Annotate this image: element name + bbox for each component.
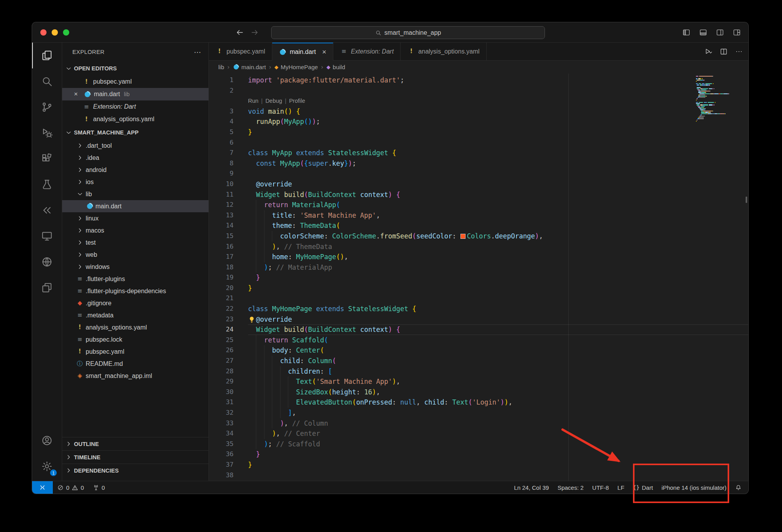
line-content[interactable]: [248, 138, 748, 148]
toggle-primary-sidebar-button[interactable]: [682, 29, 691, 36]
line-content[interactable]: import 'package:flutter/material.dart';: [248, 75, 748, 86]
line-content[interactable]: ), // Center: [248, 428, 748, 439]
line-number[interactable]: 37: [209, 460, 248, 470]
line-number[interactable]: 32: [209, 408, 248, 418]
activity-item-source-control[interactable]: [32, 94, 62, 120]
activity-item-accounts[interactable]: [32, 428, 62, 453]
breadcrumb-myhomepage[interactable]: ◆MyHomePage: [275, 64, 318, 70]
line-number[interactable]: 23: [209, 314, 248, 325]
activity-item-search[interactable]: [32, 68, 62, 94]
line-content[interactable]: ); // Scaffold: [248, 439, 748, 450]
line-content[interactable]: }: [248, 127, 748, 138]
line-content[interactable]: ); // MaterialApp: [248, 262, 748, 273]
line-number[interactable]: 10: [209, 179, 248, 190]
status-device-selector[interactable]: iPhone 14 (ios simulator): [657, 481, 731, 494]
line-content[interactable]: }: [248, 449, 748, 460]
project-header[interactable]: SMART_MACHINE_APP: [62, 125, 209, 140]
editor[interactable]: 1import 'package:flutter/material.dart';…: [209, 73, 748, 481]
close-icon[interactable]: ×: [74, 90, 83, 98]
folder-macos[interactable]: macos: [62, 224, 209, 236]
minimap[interactable]: [696, 76, 742, 123]
line-number[interactable]: 25: [209, 335, 248, 346]
file-analysis-options-yaml[interactable]: !analysis_options.yaml: [62, 321, 209, 333]
section-timeline[interactable]: TIMELINE: [62, 450, 209, 464]
line-number[interactable]: 22: [209, 304, 248, 314]
line-number[interactable]: 8: [209, 158, 248, 169]
toggle-secondary-sidebar-button[interactable]: [715, 29, 724, 36]
line-number[interactable]: 30: [209, 387, 248, 398]
line-number[interactable]: 11: [209, 190, 248, 200]
tab-extension-dart[interactable]: ≡Extension: Dart: [333, 43, 401, 60]
line-number[interactable]: 26: [209, 345, 248, 356]
file-metadata[interactable]: ≡.metadata: [62, 309, 209, 321]
line-number[interactable]: 9: [209, 168, 248, 179]
line-number[interactable]: 29: [209, 376, 248, 387]
line-content[interactable]: class MyHomePage extends StatelessWidget…: [248, 304, 748, 314]
zoom-window-button[interactable]: [63, 29, 69, 36]
command-center-search[interactable]: smart_machine_app: [271, 26, 545, 39]
section-outline[interactable]: OUTLINE: [62, 437, 209, 450]
line-content[interactable]: ],: [248, 408, 748, 418]
codelens-profile[interactable]: Profile: [289, 96, 305, 106]
activity-item-extensions[interactable]: [32, 146, 62, 172]
line-content[interactable]: @override: [248, 314, 748, 325]
line-content[interactable]: ElevatedButton(onPressed: null, child: T…: [248, 397, 748, 408]
customize-layout-button[interactable]: [732, 29, 741, 36]
breadcrumb-main-dart[interactable]: main.dart: [233, 64, 266, 70]
navigate-forward-button[interactable]: [250, 29, 259, 36]
line-content[interactable]: @override: [248, 179, 748, 190]
line-content[interactable]: class MyApp extends StatelessWidget {: [248, 148, 748, 158]
line-number[interactable]: 4: [209, 116, 248, 127]
line-content[interactable]: }: [248, 460, 748, 470]
folder-ios[interactable]: ios: [62, 176, 209, 188]
problems-indicator[interactable]: 00: [53, 481, 88, 494]
line-number[interactable]: 24: [209, 324, 248, 335]
line-number[interactable]: 20: [209, 283, 248, 294]
section-dependencies[interactable]: DEPENDENCIES: [62, 464, 209, 477]
open-editor-extension-dart[interactable]: ≡Extension: Dart: [62, 100, 209, 113]
navigate-back-button[interactable]: [235, 29, 244, 36]
folder-windows[interactable]: windows: [62, 261, 209, 273]
activity-item-run-and-debug[interactable]: [32, 120, 62, 146]
line-content[interactable]: child: Column(: [248, 356, 748, 366]
open-editors-header[interactable]: OPEN EDITORS: [62, 61, 209, 75]
line-number[interactable]: 31: [209, 397, 248, 408]
remote-indicator[interactable]: [32, 481, 53, 494]
line-content[interactable]: ), // Column: [248, 418, 748, 429]
line-content[interactable]: }: [248, 272, 748, 283]
line-content[interactable]: const MyApp({super.key});: [248, 158, 748, 169]
line-number[interactable]: 17: [209, 252, 248, 262]
line-number[interactable]: [209, 96, 248, 106]
line-number[interactable]: 16: [209, 242, 248, 252]
line-content[interactable]: [248, 470, 748, 481]
line-content[interactable]: Text('Smart Machine App'),: [248, 376, 748, 387]
file-readme-md[interactable]: ⓘREADME.md: [62, 358, 209, 370]
folder-idea[interactable]: .idea: [62, 152, 209, 164]
line-content[interactable]: SizedBox(height: 16),: [248, 387, 748, 398]
line-number[interactable]: 5: [209, 127, 248, 138]
status-indentation[interactable]: Spaces: 2: [553, 481, 588, 494]
line-content[interactable]: home: MyHomePage(),: [248, 252, 748, 262]
line-number[interactable]: 1: [209, 75, 248, 86]
status-cursor-position[interactable]: Ln 24, Col 39: [510, 481, 553, 494]
tab-main-dart[interactable]: main.dart×: [272, 43, 333, 61]
line-number[interactable]: 13: [209, 210, 248, 221]
line-content[interactable]: [248, 86, 748, 96]
activity-item-references[interactable]: [32, 197, 62, 223]
folder-lib[interactable]: lib: [62, 188, 209, 200]
open-editor-main-dart[interactable]: ×main.dartlib: [62, 88, 209, 100]
minimize-window-button[interactable]: [52, 29, 58, 36]
activity-item-explorer[interactable]: [32, 43, 62, 68]
activity-item-testing[interactable]: [32, 172, 62, 197]
folder-test[interactable]: test: [62, 236, 209, 249]
line-content[interactable]: runApp(MyApp());: [248, 116, 748, 127]
close-icon[interactable]: ×: [322, 48, 326, 56]
activity-item-settings[interactable]: 1: [32, 453, 62, 479]
line-content[interactable]: colorScheme: ColorScheme.fromSeed(seedCo…: [248, 231, 748, 242]
toggle-panel-button[interactable]: [699, 29, 708, 36]
line-number[interactable]: 27: [209, 356, 248, 366]
activity-item-remote-explorer[interactable]: [32, 223, 62, 249]
line-number[interactable]: 14: [209, 220, 248, 231]
file-gitignore[interactable]: ◆.gitignore: [62, 297, 209, 309]
line-content[interactable]: ), // ThemeData: [248, 242, 748, 252]
